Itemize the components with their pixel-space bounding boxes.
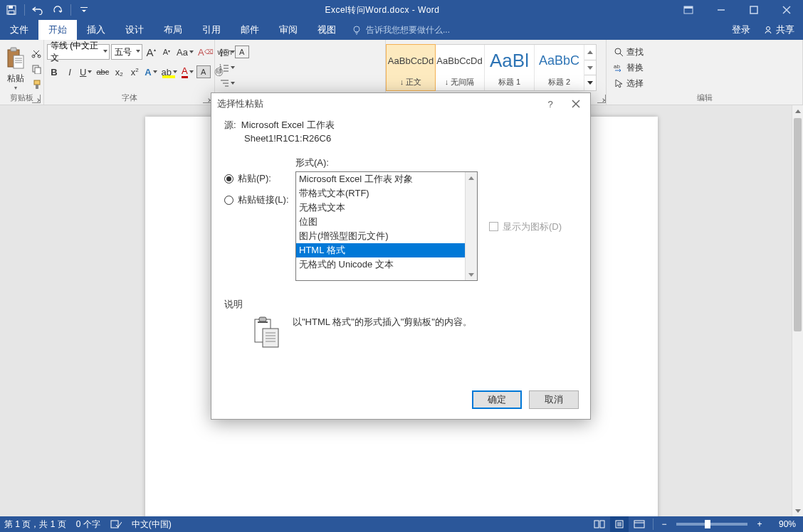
scroll-down-icon[interactable] <box>792 505 803 516</box>
qat-customize-icon[interactable] <box>75 1 93 18</box>
text-effects-button[interactable]: A <box>143 64 158 80</box>
undo-icon[interactable] <box>29 1 46 18</box>
char-border-button[interactable]: A <box>235 46 249 58</box>
checkbox-icon <box>489 222 498 231</box>
numbering-button[interactable]: 123 <box>218 60 236 75</box>
tab-review[interactable]: 审阅 <box>269 20 308 40</box>
format-item-unicode[interactable]: 无格式的 Unicode 文本 <box>296 257 477 272</box>
format-item-plain[interactable]: 无格式文本 <box>296 201 477 215</box>
style-heading2[interactable]: AaBbC标题 2 <box>535 45 584 90</box>
status-proofing-icon[interactable] <box>110 519 122 529</box>
read-mode-icon[interactable] <box>590 516 609 532</box>
zoom-in-button[interactable]: + <box>753 519 766 529</box>
dialog-close-icon[interactable] <box>567 95 584 112</box>
tell-me-placeholder: 告诉我您想要做什么... <box>366 24 450 36</box>
bold-button[interactable]: B <box>47 64 61 80</box>
format-item-bitmap[interactable]: 位图 <box>296 215 477 229</box>
font-size-value: 五号 <box>115 46 132 58</box>
web-layout-icon[interactable] <box>630 516 649 532</box>
styles-dialog-launcher-icon[interactable] <box>597 95 606 103</box>
scroll-up-icon[interactable] <box>792 105 803 117</box>
svg-rect-87 <box>600 521 604 528</box>
find-button[interactable]: 查找 <box>609 44 646 60</box>
clipboard-dialog-launcher-icon[interactable] <box>32 95 41 103</box>
tell-me-search[interactable]: 告诉我您想要做什么... <box>352 20 450 40</box>
style-normal[interactable]: AaBbCcDd↓ 正文 <box>386 44 436 91</box>
italic-button[interactable]: I <box>63 64 77 80</box>
svg-rect-2 <box>9 11 14 14</box>
listbox-scrollbar[interactable] <box>465 172 477 280</box>
multilevel-button[interactable] <box>218 75 236 91</box>
zoom-slider-thumb[interactable] <box>705 520 710 528</box>
font-name-combo[interactable]: 等线 (中文正文 <box>47 44 110 60</box>
zoom-slider[interactable] <box>676 523 747 526</box>
styles-expand[interactable] <box>584 75 596 90</box>
subscript-button[interactable]: x2 <box>112 64 126 80</box>
dialog-titlebar[interactable]: 选择性粘贴 ? <box>211 93 590 115</box>
cancel-button[interactable]: 取消 <box>529 390 579 409</box>
tab-home[interactable]: 开始 <box>38 20 77 40</box>
vertical-scrollbar[interactable] <box>792 105 803 516</box>
paste-link-radio-label: 粘贴链接(L): <box>238 193 289 206</box>
ribbon-display-options-icon[interactable] <box>672 0 705 20</box>
zoom-level[interactable]: 90% <box>767 519 799 529</box>
format-item-excel-object[interactable]: Microsoft Excel 工作表 对象 <box>296 172 477 186</box>
source-range: Sheet1!R1C1:R26C6 <box>244 133 577 144</box>
zoom-out-button[interactable]: − <box>658 519 671 529</box>
tab-file[interactable]: 文件 <box>0 20 38 40</box>
print-layout-icon[interactable] <box>610 516 629 532</box>
format-painter-icon[interactable] <box>30 78 43 91</box>
login-link[interactable]: 登录 <box>726 23 756 36</box>
scrollbar-thumb[interactable] <box>794 118 802 331</box>
tab-insert[interactable]: 插入 <box>77 20 115 40</box>
tab-layout[interactable]: 布局 <box>154 20 192 40</box>
tab-design[interactable]: 设计 <box>115 20 154 40</box>
share-button[interactable]: 共享 <box>759 23 799 36</box>
bullets-button[interactable] <box>218 44 236 60</box>
paste-radio[interactable]: 粘贴(P): <box>224 172 295 185</box>
font-color-button[interactable]: A <box>180 64 195 80</box>
style-nospacing[interactable]: AaBbCcDd↓ 无间隔 <box>435 45 485 90</box>
styles-scroll-up[interactable] <box>584 45 596 60</box>
replace-button[interactable]: ab替换 <box>609 60 644 75</box>
source-label: 源: <box>224 119 236 130</box>
paste-button[interactable]: 粘贴 ▾ <box>3 44 28 91</box>
styles-scroll-down[interactable] <box>584 60 596 76</box>
status-words[interactable]: 0 个字 <box>76 518 100 531</box>
format-item-rtf[interactable]: 带格式文本(RTF) <box>296 186 477 201</box>
tab-references[interactable]: 引用 <box>192 20 231 40</box>
copy-icon[interactable] <box>30 63 43 75</box>
svg-rect-1 <box>9 6 13 9</box>
window-controls <box>672 0 803 20</box>
style-heading1[interactable]: AaBl标题 1 <box>485 45 535 90</box>
font-size-combo[interactable]: 五号 <box>111 44 142 60</box>
format-item-emf[interactable]: 图片(增强型图元文件) <box>296 229 477 243</box>
redo-icon[interactable] <box>49 1 66 18</box>
tab-view[interactable]: 视图 <box>308 20 346 40</box>
select-button[interactable]: 选择 <box>609 75 646 91</box>
grow-font-button[interactable]: A▴ <box>144 44 158 60</box>
close-icon[interactable] <box>770 0 803 20</box>
status-page[interactable]: 第 1 页，共 1 页 <box>4 518 66 531</box>
tab-mailings[interactable]: 邮件 <box>231 20 269 40</box>
svg-rect-86 <box>594 521 599 528</box>
superscript-button[interactable]: x2 <box>127 64 142 80</box>
status-language[interactable]: 中文(中国) <box>132 518 172 531</box>
ok-button[interactable]: 确定 <box>472 390 522 409</box>
format-item-html[interactable]: HTML 格式 <box>296 243 477 257</box>
cut-icon[interactable] <box>30 47 43 60</box>
save-icon[interactable] <box>3 1 20 18</box>
underline-button[interactable]: U <box>78 64 93 80</box>
strike-button[interactable]: abc <box>95 64 110 80</box>
maximize-icon[interactable] <box>738 0 770 20</box>
char-shading-button[interactable]: A <box>196 65 211 78</box>
paste-radio-label: 粘贴(P): <box>238 172 271 185</box>
dialog-help-icon[interactable]: ? <box>542 95 559 112</box>
paste-link-radio[interactable]: 粘贴链接(L): <box>224 193 295 206</box>
highlight-button[interactable]: ab <box>160 64 179 80</box>
shrink-font-button[interactable]: A▾ <box>159 44 174 60</box>
format-listbox[interactable]: Microsoft Excel 工作表 对象 带格式文本(RTF) 无格式文本 … <box>295 171 478 281</box>
clear-format-button[interactable]: A⌫ <box>196 44 215 60</box>
change-case-button[interactable]: Aa <box>175 44 195 60</box>
minimize-icon[interactable] <box>705 0 738 20</box>
